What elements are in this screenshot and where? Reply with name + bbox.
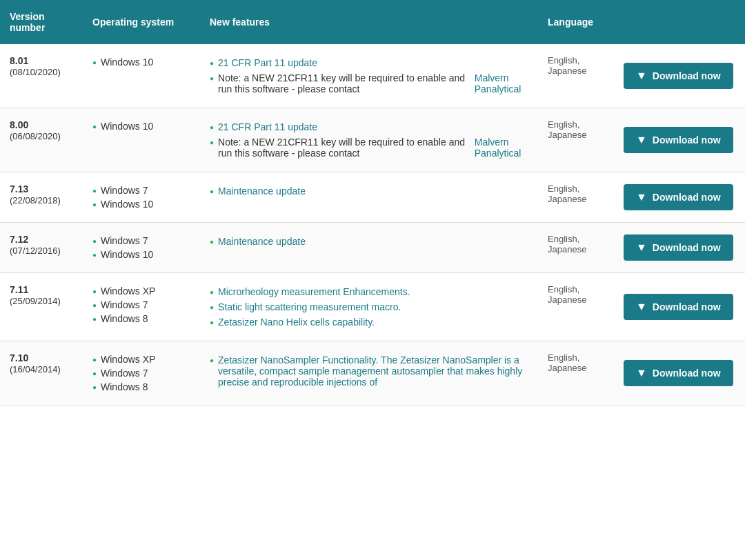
download-icon: ▼	[636, 191, 647, 203]
download-label: Download now	[653, 301, 721, 312]
os-item: Windows 10	[92, 55, 190, 69]
header-language: Language	[538, 0, 614, 44]
header-version: Version number	[0, 0, 83, 44]
version-date: (22/08/2018)	[10, 195, 61, 206]
download-cell: ▼Download now	[614, 341, 745, 406]
version-date: (25/09/2014)	[10, 296, 61, 306]
language-text: English,Japanese	[548, 183, 586, 204]
download-cell: ▼Download now	[614, 223, 745, 273]
os-item: Windows 8	[92, 312, 190, 326]
os-item: Windows 10	[92, 197, 190, 211]
feature-item: Note: a NEW 21CFR11 key will be required…	[210, 70, 528, 97]
feature-item: Zetasizer NanoSampler Functionality. The…	[210, 352, 528, 390]
download-label: Download now	[653, 192, 721, 203]
version-cell: 8.00(06/08/2020)	[0, 108, 83, 172]
version-number: 7.10	[10, 352, 28, 363]
feature-item: Maintenance update	[210, 234, 528, 249]
download-label: Download now	[653, 70, 721, 81]
table-header-row: Version number Operating system New feat…	[0, 0, 745, 44]
language-cell: English,Japanese	[538, 341, 614, 406]
table-row: 7.10(16/04/2014)Windows XPWindows 7Windo…	[0, 341, 745, 406]
feature-text: Maintenance update	[218, 236, 306, 247]
features-cell: 21 CFR Part 11 updateNote: a NEW 21CFR11…	[200, 44, 538, 108]
download-cell: ▼Download now	[614, 44, 745, 108]
feature-item: Microrheology measurement Enhancements.	[210, 284, 528, 299]
version-number: 7.13	[10, 183, 28, 194]
os-item: Windows 10	[92, 119, 190, 133]
download-icon: ▼	[636, 367, 647, 379]
features-cell: 21 CFR Part 11 updateNote: a NEW 21CFR11…	[200, 108, 538, 172]
language-text: English,Japanese	[548, 119, 586, 140]
header-features: New features	[200, 0, 538, 44]
os-item: Windows 8	[92, 380, 190, 394]
feature-text: Zetasizer Nano Helix cells capability.	[218, 317, 375, 328]
download-icon: ▼	[636, 241, 647, 254]
os-cell: Windows 7Windows 10	[83, 223, 200, 273]
table-row: 7.13(22/08/2018)Windows 7Windows 10Maint…	[0, 172, 745, 223]
feature-item: Maintenance update	[210, 183, 528, 199]
download-button[interactable]: ▼Download now	[624, 127, 733, 153]
version-cell: 7.10(16/04/2014)	[0, 341, 83, 406]
os-item: Windows 7	[92, 366, 190, 380]
os-item: Windows XP	[92, 352, 190, 366]
language-text: English,Japanese	[548, 55, 586, 76]
features-cell: Maintenance update	[200, 223, 538, 273]
download-label: Download now	[653, 242, 721, 253]
table-row: 7.11(25/09/2014)Windows XPWindows 7Windo…	[0, 273, 745, 341]
os-item: Windows 10	[92, 248, 190, 261]
os-item: Windows 7	[92, 234, 190, 248]
download-cell: ▼Download now	[614, 273, 745, 341]
version-number: 8.00	[10, 119, 28, 130]
download-icon: ▼	[636, 70, 647, 82]
download-icon: ▼	[636, 134, 647, 146]
feature-text: Microrheology measurement Enhancements.	[218, 286, 410, 297]
features-cell: Zetasizer NanoSampler Functionality. The…	[200, 341, 538, 406]
language-text: English,Japanese	[548, 352, 586, 373]
malvern-link[interactable]: Malvern Panalytical	[475, 137, 528, 159]
os-cell: Windows XPWindows 7Windows 8	[83, 341, 200, 406]
features-cell: Microrheology measurement Enhancements.S…	[200, 273, 538, 341]
feature-text: Static light scattering measurement macr…	[218, 301, 401, 312]
version-date: (06/08/2020)	[10, 131, 61, 141]
table-row: 7.12(07/12/2016)Windows 7Windows 10Maint…	[0, 223, 745, 273]
version-number: 8.01	[10, 55, 28, 66]
download-button[interactable]: ▼Download now	[624, 234, 733, 261]
download-button[interactable]: ▼Download now	[624, 360, 733, 386]
feature-text: Zetasizer NanoSampler Functionality. The…	[218, 354, 528, 388]
feature-text: 21 CFR Part 11 update	[218, 57, 317, 68]
feature-item: Static light scattering measurement macr…	[210, 299, 528, 314]
download-icon: ▼	[636, 301, 647, 313]
version-date: (16/04/2014)	[10, 364, 61, 374]
version-cell: 8.01(08/10/2020)	[0, 44, 83, 108]
download-cell: ▼Download now	[614, 108, 745, 172]
feature-item: Zetasizer Nano Helix cells capability.	[210, 314, 528, 330]
feature-item: 21 CFR Part 11 update	[210, 55, 528, 70]
language-cell: English,Japanese	[538, 172, 614, 223]
header-os: Operating system	[83, 0, 200, 44]
language-cell: English,Japanese	[538, 108, 614, 172]
os-cell: Windows 10	[83, 108, 200, 172]
language-text: English,Japanese	[548, 284, 586, 305]
table-row: 8.01(08/10/2020)Windows 1021 CFR Part 11…	[0, 44, 745, 108]
download-cell: ▼Download now	[614, 172, 745, 223]
language-cell: English,Japanese	[538, 273, 614, 341]
feature-item: Note: a NEW 21CFR11 key will be required…	[210, 134, 528, 161]
os-item: Windows 7	[92, 183, 190, 197]
feature-item: 21 CFR Part 11 update	[210, 119, 528, 134]
feature-text: Maintenance update	[218, 186, 306, 197]
download-button[interactable]: ▼Download now	[624, 63, 733, 89]
language-cell: English,Japanese	[538, 223, 614, 273]
download-button[interactable]: ▼Download now	[624, 184, 733, 210]
version-cell: 7.12(07/12/2016)	[0, 223, 83, 273]
version-date: (07/12/2016)	[10, 246, 61, 256]
os-cell: Windows 10	[83, 44, 200, 108]
malvern-link[interactable]: Malvern Panalytical	[475, 72, 528, 94]
header-download	[614, 0, 745, 44]
version-number: 7.11	[10, 284, 28, 295]
language-cell: English,Japanese	[538, 44, 614, 108]
version-cell: 7.13(22/08/2018)	[0, 172, 83, 223]
download-button[interactable]: ▼Download now	[624, 294, 733, 320]
os-cell: Windows XPWindows 7Windows 8	[83, 273, 200, 341]
table-row: 8.00(06/08/2020)Windows 1021 CFR Part 11…	[0, 108, 745, 172]
download-label: Download now	[653, 134, 721, 146]
